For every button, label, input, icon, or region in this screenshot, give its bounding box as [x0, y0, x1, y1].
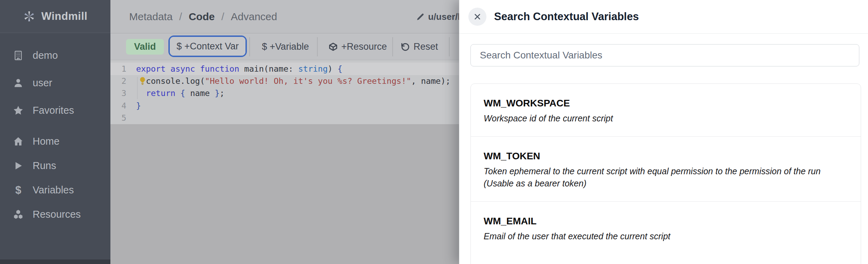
play-icon — [13, 160, 24, 171]
sidebar-item-label: Runs — [33, 160, 56, 171]
contextual-variable-item[interactable]: WM_TOKENToken ephemeral to the current s… — [471, 137, 861, 202]
toolbar-divider — [449, 37, 450, 56]
toolbar-divider — [317, 37, 318, 56]
line-number: 5 — [110, 113, 129, 123]
brand-name: Windmill — [41, 10, 87, 23]
add-context-var-button[interactable]: $ +Context Var — [170, 37, 245, 56]
cube-icon — [328, 42, 338, 51]
tab-metadata[interactable]: Metadata — [129, 11, 173, 23]
pencil-icon — [416, 12, 425, 21]
sidebar-item-label: Home — [33, 136, 59, 147]
rotate-ccw-icon — [401, 42, 410, 51]
user-icon — [13, 78, 24, 88]
add-resource-button[interactable]: +Resource — [328, 33, 387, 60]
close-drawer-button[interactable] — [468, 8, 486, 26]
app-root: Windmill demouserFavorites HomeRuns$Vari… — [0, 0, 868, 264]
home-icon — [13, 136, 24, 147]
toolbar-divider — [392, 37, 393, 56]
search-contextual-variables-input[interactable] — [470, 44, 859, 66]
sidebar-item-label: Variables — [33, 184, 74, 196]
sidebar-item-label: demo — [33, 50, 58, 61]
sidebar-item-runs[interactable]: Runs — [0, 153, 110, 178]
breadcrumb-separator: / — [221, 11, 224, 23]
variable-name: WM_TOKEN — [484, 151, 848, 162]
line-number: 2 — [110, 76, 129, 86]
sidebar-item-variables[interactable]: $Variables — [0, 178, 110, 202]
add-variable-button[interactable]: $ +Variable — [256, 33, 315, 60]
star-icon — [13, 105, 24, 116]
code-line-content: export async function main(name: string)… — [129, 64, 342, 74]
contextual-variables-drawer: Search Contextual Variables WM_WORKSPACE… — [459, 0, 868, 264]
code-line: 2 console.log("Hello world! Oh, it's you… — [110, 75, 459, 87]
contextual-variables-list: WM_WORKSPACEWorkspace id of the current … — [470, 83, 861, 264]
sidebar-item-favorites[interactable]: Favorites — [0, 97, 110, 124]
code-line-content: } — [129, 101, 141, 111]
drawer-header: Search Contextual Variables — [459, 0, 868, 34]
breadcrumb: Metadata / Code / Advanced — [110, 11, 277, 23]
code-line: 4} — [110, 99, 459, 112]
variable-description: Email of the user that executed the curr… — [484, 230, 848, 242]
sidebar-item-demo[interactable]: demo — [0, 42, 110, 69]
topbar: Metadata / Code / Advanced u/user/h — [110, 0, 459, 33]
variable-name: WM_EMAIL — [484, 216, 848, 227]
reset-label: Reset — [414, 41, 438, 52]
code-lines: 1export async function main(name: string… — [110, 63, 459, 124]
editor-toolbar: Valid $ +Context Var $ +Variable +Resour… — [110, 33, 459, 60]
sidebar-item-label: user — [33, 77, 52, 89]
code-line: 5 — [110, 112, 459, 124]
dollar-icon: $ — [13, 185, 24, 195]
code-line: 1export async function main(name: string… — [110, 63, 459, 75]
script-path-text: u/user/h — [428, 11, 463, 22]
sidebar-item-home[interactable]: Home — [0, 129, 110, 153]
code-line-content: return { name }; — [129, 88, 225, 98]
sidebar-item-label: Resources — [33, 209, 81, 220]
line-number: 3 — [110, 88, 129, 98]
sidebar-workspace-group: demouserFavorites — [0, 42, 110, 124]
sidebar-nav-group: HomeRuns$VariablesResources — [0, 129, 110, 226]
add-resource-label: +Resource — [341, 41, 387, 52]
windmill-logo-icon — [22, 9, 36, 23]
drawer-title: Search Contextual Variables — [494, 10, 639, 23]
contextual-variable-item[interactable]: WM_EMAILEmail of the user that executed … — [471, 202, 861, 254]
reset-button[interactable]: Reset — [401, 33, 438, 60]
context-var-focus-ring: $ +Context Var — [168, 35, 247, 57]
workspace-logo[interactable]: Windmill — [0, 0, 110, 33]
breadcrumb-separator: / — [179, 11, 182, 23]
code-line-content: console.log("Hello world! Oh, it's you %… — [129, 76, 451, 86]
variable-name: WM_WORKSPACE — [484, 98, 848, 109]
code-editor[interactable]: 1export async function main(name: string… — [110, 60, 459, 124]
sidebar-item-resources[interactable]: Resources — [0, 202, 110, 226]
sidebar-item-user[interactable]: user — [0, 69, 110, 97]
building-icon — [13, 50, 24, 61]
variable-description: Workspace id of the current script — [484, 112, 848, 125]
line-number: 1 — [110, 64, 129, 74]
valid-status-badge: Valid — [126, 39, 164, 55]
tab-advanced[interactable]: Advanced — [231, 11, 277, 23]
tab-code[interactable]: Code — [189, 11, 215, 23]
cubes-icon — [13, 209, 24, 220]
line-number: 4 — [110, 101, 129, 111]
sidebar: Windmill demouserFavorites HomeRuns$Vari… — [0, 0, 110, 264]
close-icon — [473, 12, 482, 21]
variable-description: Token ephemeral to the current script wi… — [484, 165, 848, 190]
sidebar-item-label: Favorites — [33, 105, 74, 116]
script-editor-page: Metadata / Code / Advanced u/user/h Vali… — [110, 0, 459, 264]
script-path[interactable]: u/user/h — [416, 0, 463, 33]
contextual-variable-item[interactable]: WM_WORKSPACEWorkspace id of the current … — [471, 84, 861, 137]
sidebar-bottom-strip — [0, 259, 110, 264]
toolbar-divider — [249, 37, 250, 56]
code-line: 3 return { name }; — [110, 87, 459, 99]
